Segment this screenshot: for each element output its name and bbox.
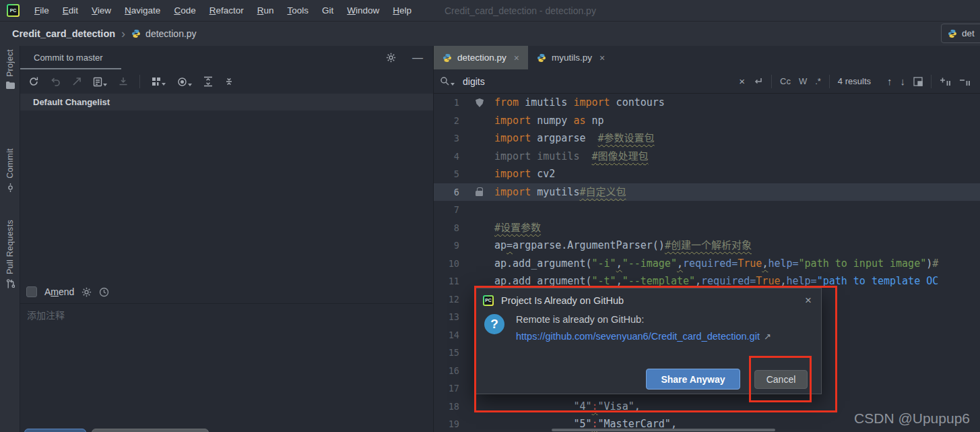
code-line-2[interactable]: 2import numpy as np (434, 112, 980, 130)
forward-arrow-icon[interactable] (72, 77, 81, 86)
code-text: import myutils#自定义包 (494, 183, 626, 202)
lock-gutter-icon (476, 188, 484, 197)
newline-icon[interactable] (753, 77, 763, 86)
commit-button-partial[interactable] (24, 429, 86, 432)
line-number: 15 (434, 344, 459, 362)
menu-refactor[interactable]: Refactor (203, 0, 251, 21)
run-configuration-selector[interactable]: det (941, 24, 980, 43)
code-line-1[interactable]: 1from imutils import contours (434, 94, 980, 112)
shield-gutter-icon (476, 98, 484, 107)
line-number: 9 (434, 237, 459, 255)
history-clock-icon[interactable] (99, 287, 109, 297)
commit-message-area (20, 303, 433, 429)
tool-window-project[interactable]: Project (0, 49, 20, 89)
line-number: 14 (434, 326, 459, 344)
python-file-icon (443, 53, 452, 63)
expand-all-icon[interactable] (203, 76, 213, 87)
secondary-button-partial[interactable] (92, 429, 209, 432)
code-line-4[interactable]: 4import imutils #图像处理包 (434, 148, 980, 166)
rollback-icon[interactable] (51, 77, 61, 86)
group-by-icon[interactable] (152, 77, 166, 86)
menu-run[interactable]: Run (251, 0, 281, 21)
minimize-icon[interactable]: — (412, 53, 423, 63)
preview-diff-icon[interactable] (177, 77, 192, 87)
code-line-6[interactable]: 6import myutils#自定义包 (434, 183, 980, 202)
tool-window-pull-requests[interactable]: Pull Requests (0, 220, 20, 288)
menu-help[interactable]: Help (386, 0, 418, 21)
refresh-icon[interactable] (28, 76, 39, 87)
code-line-10[interactable]: 10ap.add_argument("-i","--image",require… (434, 255, 980, 273)
run-configuration-label: det (962, 28, 975, 38)
line-number: 12 (434, 290, 459, 309)
search-separator (931, 75, 932, 88)
select-all-occurrences-icon[interactable] (913, 77, 923, 86)
code-line-7[interactable]: 7 (434, 201, 980, 219)
gutter-spacer (476, 277, 484, 286)
tool-window-commit[interactable]: Commit (0, 148, 20, 192)
code-text: import argparse #参数设置包 (494, 129, 655, 148)
tab-detection-py[interactable]: detection.py × (434, 46, 528, 69)
line-number: 18 (434, 398, 459, 416)
menu-edit[interactable]: Edit (56, 0, 85, 21)
code-line-3[interactable]: 3import argparse #参数设置包 (434, 129, 980, 148)
menu-window[interactable]: Window (340, 0, 386, 21)
menu-navigate[interactable]: Navigate (118, 0, 167, 21)
line-number: 3 (434, 129, 459, 148)
code-line-9[interactable]: 9ap=argparse.ArgumentParser()#创建一个解析对象 (434, 237, 980, 255)
line-number: 17 (434, 379, 459, 398)
close-icon[interactable]: × (599, 53, 605, 63)
breadcrumb-project[interactable]: Credit_card_detection (12, 28, 115, 39)
editor-tab-bar: detection.py × myutils.py × (434, 46, 980, 69)
line-number: 11 (434, 272, 459, 290)
python-file-icon (131, 29, 141, 38)
regex-button[interactable]: .* (815, 76, 821, 86)
commit-tab[interactable]: Commit to master (34, 53, 103, 63)
breadcrumb-file[interactable]: detection.py (145, 28, 197, 39)
gutter-spacer (476, 170, 484, 179)
commit-node-icon (6, 183, 15, 192)
menu-tools[interactable]: Tools (280, 0, 315, 21)
default-changelist-row[interactable]: Default Changelist (20, 94, 433, 111)
close-icon[interactable]: × (514, 53, 519, 63)
changes-area[interactable] (20, 111, 433, 280)
menu-view[interactable]: View (85, 0, 118, 21)
gear-icon[interactable] (386, 53, 396, 63)
code-line-8[interactable]: 8#设置参数 (434, 219, 980, 237)
active-tab-underline (20, 68, 121, 69)
amend-checkbox[interactable] (26, 286, 37, 297)
line-number: 5 (434, 165, 459, 183)
add-occurrence-icon[interactable] (940, 77, 951, 86)
menu-git[interactable]: Git (315, 0, 340, 21)
clear-search-icon[interactable]: × (739, 75, 745, 87)
code-line-5[interactable]: 5import cv2 (434, 165, 980, 183)
folder-icon (6, 82, 15, 89)
gutter-spacer (476, 117, 484, 125)
gear-icon[interactable] (81, 287, 92, 297)
horizontal-scrollbar[interactable] (552, 429, 775, 431)
collapse-all-icon[interactable] (224, 76, 234, 87)
changelist-label: Default Changelist (33, 97, 110, 107)
line-number: 2 (434, 112, 459, 130)
menu-file[interactable]: File (28, 0, 56, 21)
code-text: #设置参数 (494, 219, 541, 237)
match-case-button[interactable]: Cc (780, 76, 791, 86)
next-occurrence-icon[interactable]: ↓ (901, 75, 906, 87)
shelve-icon[interactable] (119, 77, 128, 86)
search-icon[interactable] (440, 76, 455, 86)
changelist-icon[interactable] (93, 77, 107, 87)
previous-occurrence-icon[interactable]: ↑ (887, 75, 892, 87)
line-number: 19 (434, 415, 459, 432)
line-number: 4 (434, 148, 459, 166)
code-text: import imutils #图像处理包 (494, 148, 649, 166)
line-number: 8 (434, 219, 459, 237)
tab-myutils-py[interactable]: myutils.py × (528, 46, 614, 69)
remove-occurrence-icon[interactable] (959, 77, 971, 86)
tool-window-strip: Project Commit Pull Requests (0, 46, 20, 432)
search-separator (771, 75, 772, 88)
words-button[interactable]: W (799, 76, 807, 86)
pycharm-logo (7, 4, 20, 17)
menu-code[interactable]: Code (167, 0, 202, 21)
commit-toolbar (20, 69, 433, 94)
search-input[interactable] (463, 76, 624, 87)
commit-message-input[interactable] (27, 308, 426, 425)
